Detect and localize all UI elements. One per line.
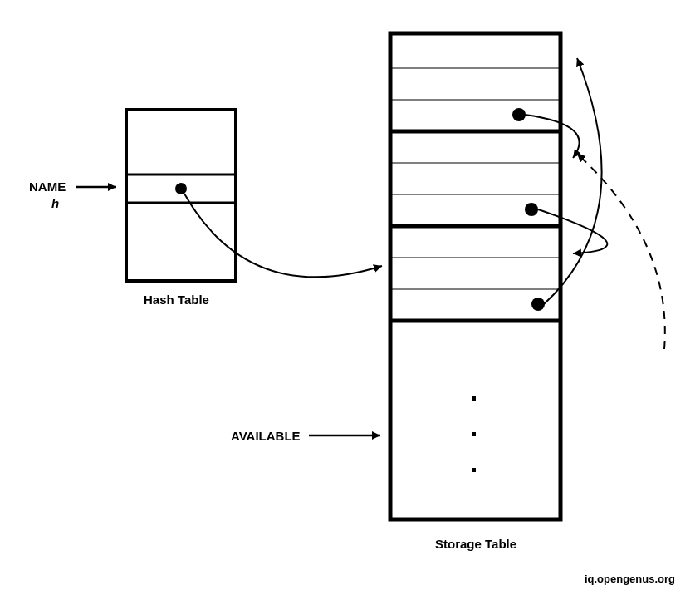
svg-rect-3 [390, 33, 560, 519]
svg-rect-0 [126, 110, 236, 281]
diagram-canvas [0, 0, 700, 600]
link2-dot [525, 203, 538, 216]
ellipsis-dot [472, 468, 476, 472]
link1-dot [512, 108, 526, 121]
ellipsis-dot [472, 396, 476, 401]
ellipsis-dot [472, 432, 476, 436]
link3-dot [531, 298, 545, 311]
storage-table-box [390, 33, 560, 519]
hash-table-box [126, 110, 236, 281]
hash-slot-dot [175, 183, 187, 194]
